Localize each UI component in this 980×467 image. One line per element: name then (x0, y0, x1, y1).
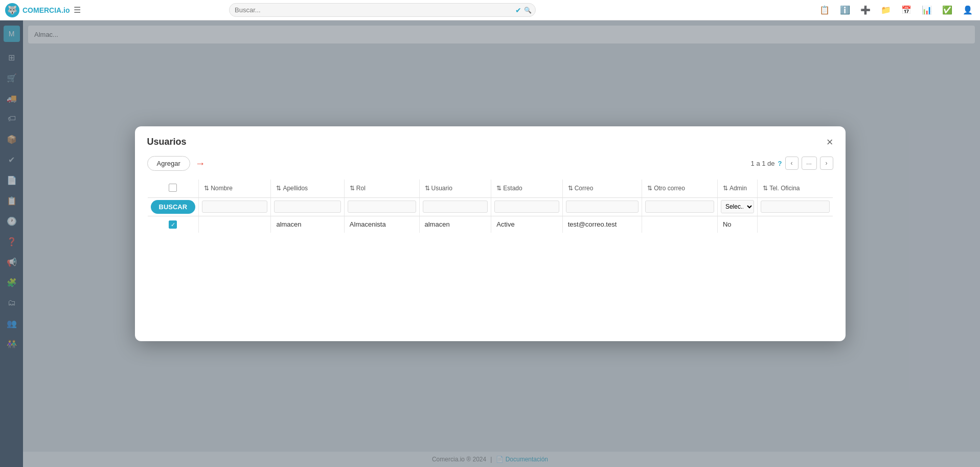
filter-estado-input[interactable] (494, 201, 559, 213)
row-nombre (199, 216, 271, 233)
sort-apellidos[interactable]: ⇅ Apellidos (276, 185, 338, 192)
toolbar-left: Agregar → (147, 156, 206, 171)
col-apellidos: ⇅ Apellidos (271, 179, 344, 197)
pagination-question: ? (778, 160, 782, 167)
filter-otro-correo-input[interactable] (645, 201, 714, 213)
row-tel-oficina (758, 216, 833, 233)
col-estado-text: Estado (503, 185, 522, 192)
top-navbar: 🐺 COMERCIA.io ☰ 🔍 ✔ 📋 ℹ️ ➕ 📁 📅 📊 ✅ 👤 (0, 0, 980, 20)
hamburger-icon[interactable]: ☰ (70, 3, 84, 17)
filter-usuario-cell (419, 197, 491, 216)
search-bar: 🔍 ✔ (229, 3, 536, 17)
search-check-icon: ✔ (515, 6, 521, 14)
usuarios-modal: Usuarios × Agregar → 1 a 1 de ? ‹ ··· › (135, 126, 846, 341)
sort-rol[interactable]: ⇅ Rol (350, 185, 414, 192)
sort-correo[interactable]: ⇅ Correo (568, 185, 636, 192)
col-nombre: ⇅ Nombre (199, 179, 271, 197)
col-otro-correo-text: Otro correo (654, 185, 685, 192)
row-otro-correo (642, 216, 718, 233)
row-usuario: almacen (419, 216, 491, 233)
row-estado: Active (491, 216, 562, 233)
filter-admin-select[interactable]: Selec... Sí No (721, 200, 754, 213)
logo-icon: 🐺 (5, 3, 19, 17)
filter-nombre-input[interactable] (202, 201, 267, 213)
sort-nombre[interactable]: ⇅ Nombre (204, 185, 265, 192)
col-checkbox (147, 179, 199, 197)
filter-correo-cell (562, 197, 642, 216)
sort-estado[interactable]: ⇅ Estado (496, 185, 557, 192)
col-nombre-text: Nombre (211, 185, 233, 192)
arrow-icon: → (195, 158, 206, 169)
row-admin: No (717, 216, 757, 233)
table-header-row: ⇅ Nombre ⇅ Apellidos ⇅ Rol (147, 179, 833, 197)
col-usuario-sort-icon: ⇅ (425, 185, 430, 192)
filter-rol-cell (344, 197, 419, 216)
filter-row: BUSCAR (147, 197, 833, 216)
navbar-icons: 📋 ℹ️ ➕ 📁 📅 📊 ✅ 👤 (817, 3, 975, 17)
filter-nombre-cell (199, 197, 271, 216)
sort-usuario[interactable]: ⇅ Usuario (425, 185, 486, 192)
col-correo-sort-icon: ⇅ (568, 185, 573, 192)
col-tel-oficina-sort-icon: ⇅ (763, 185, 768, 192)
sort-tel-oficina[interactable]: ⇅ Tel. Oficina (763, 185, 827, 192)
col-usuario-text: Usuario (431, 185, 452, 192)
row-checkbox-cell: ✓ (147, 216, 199, 233)
pagination-prev-button[interactable]: ‹ (785, 157, 799, 170)
sort-admin[interactable]: ⇅ Admin (723, 185, 752, 192)
filter-usuario-input[interactable] (423, 201, 488, 213)
row-rol: Almacenista (344, 216, 419, 233)
pagination-next-button[interactable]: › (820, 157, 833, 170)
col-admin: ⇅ Admin (717, 179, 757, 197)
app-logo[interactable]: 🐺 COMERCIA.io (5, 3, 70, 17)
search-input[interactable] (229, 3, 536, 17)
buscar-button[interactable]: BUSCAR (151, 200, 196, 214)
col-otro-correo: ⇅ Otro correo (642, 179, 718, 197)
filter-tel-oficina-cell (758, 197, 833, 216)
clipboard-icon[interactable]: 📋 (817, 3, 832, 17)
agregar-button[interactable]: Agregar (147, 156, 190, 171)
col-tel-oficina-text: Tel. Oficina (769, 185, 800, 192)
filter-admin-cell: Selec... Sí No (717, 197, 757, 216)
chart-icon[interactable]: 📊 (920, 3, 934, 17)
filter-rol-input[interactable] (348, 201, 416, 213)
filter-buscar-cell: BUSCAR (147, 197, 199, 216)
filter-correo-input[interactable] (566, 201, 639, 213)
table-row: ✓ almacen Almacenista almacen Active tes… (147, 216, 833, 233)
toolbar-right: 1 a 1 de ? ‹ ··· › (751, 157, 833, 170)
user-icon[interactable]: 👤 (961, 3, 975, 17)
col-usuario: ⇅ Usuario (419, 179, 491, 197)
col-correo: ⇅ Correo (562, 179, 642, 197)
calendar-icon[interactable]: 📅 (899, 3, 914, 17)
pagination-ellipsis-button[interactable]: ··· (802, 157, 817, 170)
filter-apellidos-input[interactable] (274, 201, 340, 213)
col-admin-sort-icon: ⇅ (723, 185, 728, 192)
filter-estado-cell (491, 197, 562, 216)
row-checkbox[interactable]: ✓ (169, 220, 177, 229)
filter-tel-oficina-input[interactable] (761, 201, 829, 213)
modal-toolbar: Agregar → 1 a 1 de ? ‹ ··· › (147, 156, 833, 171)
col-apellidos-text: Apellidos (283, 185, 308, 192)
col-rol-text: Rol (356, 185, 366, 192)
row-correo: test@correo.test (562, 216, 642, 233)
col-rol: ⇅ Rol (344, 179, 419, 197)
modal-header: Usuarios × (147, 137, 833, 148)
check-icon[interactable]: ✅ (940, 3, 954, 17)
col-rol-sort-icon: ⇅ (350, 185, 355, 192)
row-apellidos: almacen (271, 216, 344, 233)
col-apellidos-sort-icon: ⇅ (276, 185, 281, 192)
select-all-checkbox[interactable] (169, 184, 177, 192)
col-nombre-label: ⇅ (204, 185, 209, 192)
filter-otro-correo-cell (642, 197, 718, 216)
modal-title: Usuarios (147, 137, 187, 147)
folder-icon[interactable]: 📁 (879, 3, 893, 17)
col-estado-sort-icon: ⇅ (496, 185, 502, 192)
col-admin-text: Admin (730, 185, 747, 192)
col-otro-correo-sort-icon: ⇅ (647, 185, 652, 192)
add-icon[interactable]: ➕ (858, 3, 873, 17)
col-correo-text: Correo (575, 185, 594, 192)
app-name: COMERCIA.io (22, 6, 70, 14)
info-icon[interactable]: ℹ️ (838, 3, 852, 17)
users-table: ⇅ Nombre ⇅ Apellidos ⇅ Rol (147, 179, 833, 234)
sort-otro-correo[interactable]: ⇅ Otro correo (647, 185, 712, 192)
modal-close-button[interactable]: × (827, 137, 833, 148)
